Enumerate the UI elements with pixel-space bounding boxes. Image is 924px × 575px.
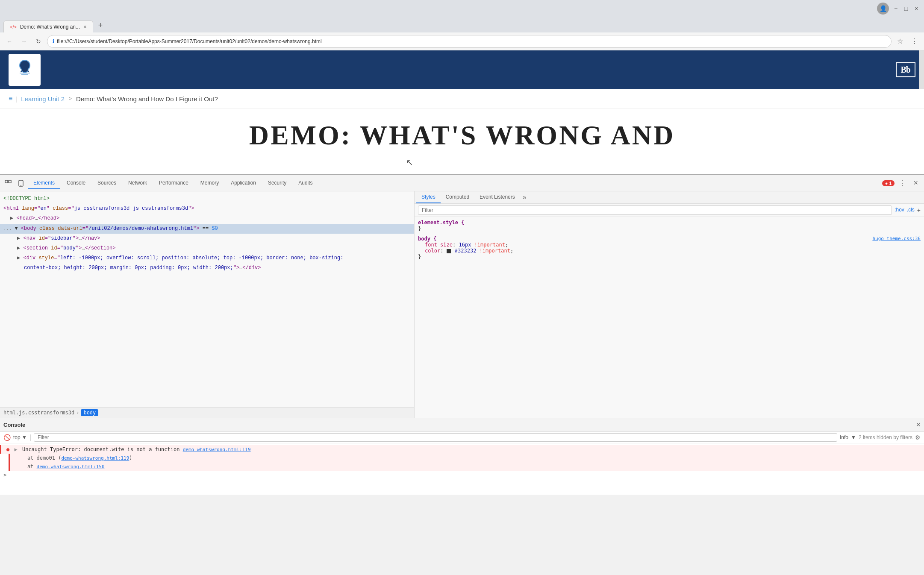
elements-panel: <!DOCTYPE html> <html lang="en" class="j… — [0, 191, 415, 418]
profile-button[interactable]: 👤 — [877, 3, 889, 15]
browser-menu-button[interactable]: ⋮ — [909, 35, 921, 47]
svg-rect-2 — [5, 180, 8, 183]
console-prompt: > — [0, 471, 924, 479]
devtools-tab-console[interactable]: Console — [62, 177, 91, 189]
svg-rect-3 — [9, 180, 11, 183]
close-button[interactable]: × — [913, 5, 920, 12]
css-source-link[interactable]: hugo-theme.css:36 — [872, 236, 921, 241]
bb-logo: Bb — [896, 62, 915, 77]
tab-close-button[interactable]: × — [83, 23, 87, 30]
console-hidden-text: 2 items hidden by filters — [859, 434, 912, 440]
devtools-inspect-button[interactable] — [3, 178, 14, 189]
elements-content: <!DOCTYPE html> <html lang="en" class="j… — [0, 191, 414, 407]
devtools-tab-performance[interactable]: Performance — [154, 177, 194, 189]
devtools-tab-elements[interactable]: Elements — [28, 177, 60, 189]
styles-content: element.style { } body { hugo-theme.css:… — [415, 217, 924, 418]
devtools-toolbar: Elements Console Sources Network Perform… — [0, 175, 924, 191]
breadcrumb-icon: ≡ — [9, 95, 12, 103]
breadcrumb-current: Demo: What's Wrong and How Do I Figure i… — [76, 95, 218, 103]
css-rule-body: body { hugo-theme.css:36 font-size: 16px… — [418, 236, 921, 260]
html-line-section[interactable]: ▶ <section id="body">…</section> — [0, 243, 414, 253]
prompt-symbol: > — [3, 472, 6, 478]
devtools-tab-audits[interactable]: Audits — [293, 177, 318, 189]
browser-toolbar: ← → ↻ ℹ file:///C:/Users/student/Desktop… — [0, 32, 924, 50]
site-logo — [9, 54, 41, 86]
console-body: ● ▶ Uncaught TypeError: document.wite is… — [0, 443, 924, 495]
tab-title: Demo: What's Wrong an... — [20, 24, 80, 30]
devtools-more-button[interactable]: ⋮ — [896, 177, 908, 189]
address-bar[interactable]: ℹ file:///C:/Users/student/Desktop/Porta… — [47, 35, 892, 48]
devtools-tab-security[interactable]: Security — [263, 177, 291, 189]
info-icon: ℹ — [53, 38, 54, 44]
hov-filter-button[interactable]: :hov — [895, 207, 904, 214]
minimize-button[interactable]: − — [892, 5, 899, 12]
tab-code-icon: </> — [10, 24, 17, 29]
html-line-head[interactable]: ▶ <head>…</head> — [0, 214, 414, 223]
error-icon: ● — [6, 446, 9, 452]
trail-body[interactable]: body — [81, 409, 98, 416]
console-error-line: ● ▶ Uncaught TypeError: document.wite is… — [0, 445, 924, 454]
devtools-body: <!DOCTYPE html> <html lang="en" class="j… — [0, 191, 924, 418]
scrollbar[interactable] — [919, 50, 924, 89]
breadcrumb-bar: ≡ | Learning Unit 2 > Demo: What's Wrong… — [0, 89, 924, 109]
devtools-device-button[interactable] — [15, 178, 26, 189]
error-expand-button[interactable]: ▶ — [14, 446, 17, 452]
active-tab[interactable]: </> Demo: What's Wrong an... × — [3, 21, 93, 32]
styles-filter-bar: :hov .cls + — [415, 204, 924, 217]
console-toolbar: Console × — [0, 418, 924, 432]
add-style-button[interactable]: + — [917, 207, 921, 214]
elements-breadcrumb-trail: html.js.csstransforms3d › body — [0, 407, 414, 418]
console-close-button[interactable]: × — [916, 420, 921, 429]
console-error-stack-2: at demo-whatswrong.html:150 — [9, 462, 924, 471]
svg-point-5 — [21, 185, 21, 186]
styles-tab-event-listeners[interactable]: Event Listeners — [474, 191, 520, 203]
console-error-stack-1: at demo01 (demo-whatswrong.html:119) — [9, 454, 924, 462]
styles-filter-input[interactable] — [418, 205, 892, 215]
back-button[interactable]: ← — [3, 35, 15, 47]
styles-tab-styles[interactable]: Styles — [416, 191, 441, 203]
devtools-tab-network[interactable]: Network — [123, 177, 152, 189]
console-settings-button[interactable]: ⚙ — [915, 434, 921, 441]
forward-button[interactable]: → — [18, 35, 30, 47]
devtools-panel: Elements Console Sources Network Perform… — [0, 174, 924, 418]
devtools-tab-application[interactable]: Application — [226, 177, 261, 189]
error-count: ● — [885, 181, 889, 186]
styles-tabs: Styles Computed Event Listeners » — [415, 191, 924, 204]
maximize-button[interactable]: □ — [903, 5, 909, 12]
browser-titlebar: 👤 − □ × — [0, 0, 924, 17]
page-main-title: DEMO: WHAT'S WRONG AND — [0, 109, 924, 153]
console-panel: Console × 🚫 top ▼ | Info ▼ 2 items hidde… — [0, 418, 924, 495]
breadcrumb-link[interactable]: Learning Unit 2 — [21, 95, 65, 103]
styles-tab-computed[interactable]: Computed — [441, 191, 474, 203]
html-line-nav[interactable]: ▶ <nav id="sidebar">…</nav> — [0, 234, 414, 243]
styles-more-button[interactable]: » — [520, 194, 529, 201]
console-filter-input[interactable] — [34, 433, 837, 442]
html-line-html: <html lang="en" class="js csstransforms3… — [0, 204, 414, 214]
html-line-div-style-cont: content-box; height: 200px; margin: 0px;… — [0, 263, 414, 273]
tab-bar: </> Demo: What's Wrong an... × + — [0, 17, 924, 32]
html-line-body[interactable]: ... ▼ <body class data-url="/unit02/demo… — [0, 224, 414, 234]
error-count-badge: ● 1 — [882, 180, 895, 186]
css-rule-element-style: element.style { } — [418, 220, 921, 232]
bookmark-button[interactable]: ☆ — [894, 35, 906, 47]
error-message: Uncaught TypeError: document.wite is not… — [22, 446, 180, 452]
error-source-link-3[interactable]: demo-whatswrong.html:150 — [37, 464, 105, 469]
error-source-link-1[interactable]: demo-whatswrong.html:119 — [183, 447, 251, 452]
html-line-doctype: <!DOCTYPE html> — [0, 194, 414, 204]
breadcrumb-separator: > — [69, 96, 72, 102]
page-content: Bb ≡ | Learning Unit 2 > Demo: What's Wr… — [0, 50, 924, 174]
devtools-tab-memory[interactable]: Memory — [195, 177, 224, 189]
devtools-close-button[interactable]: × — [910, 177, 921, 189]
site-header: Bb — [0, 50, 924, 89]
trail-html: html.js.csstransforms3d — [3, 410, 74, 416]
devtools-tab-sources[interactable]: Sources — [92, 177, 121, 189]
console-filter-bar: 🚫 top ▼ | Info ▼ 2 items hidden by filte… — [0, 432, 924, 443]
refresh-button[interactable]: ↻ — [32, 35, 44, 47]
console-stop-button[interactable]: 🚫 — [3, 434, 11, 441]
html-line-div-style[interactable]: ▶ <div style="left: -1000px; overflow: s… — [0, 253, 414, 263]
styles-panel: Styles Computed Event Listeners » :hov .… — [415, 191, 924, 418]
cls-filter-button[interactable]: .cls — [907, 207, 915, 214]
new-tab-button[interactable]: + — [93, 18, 108, 32]
address-text: file:///C:/Users/student/Desktop/Portabl… — [57, 38, 322, 44]
error-source-link-2[interactable]: demo-whatswrong.html:119 — [61, 455, 129, 461]
